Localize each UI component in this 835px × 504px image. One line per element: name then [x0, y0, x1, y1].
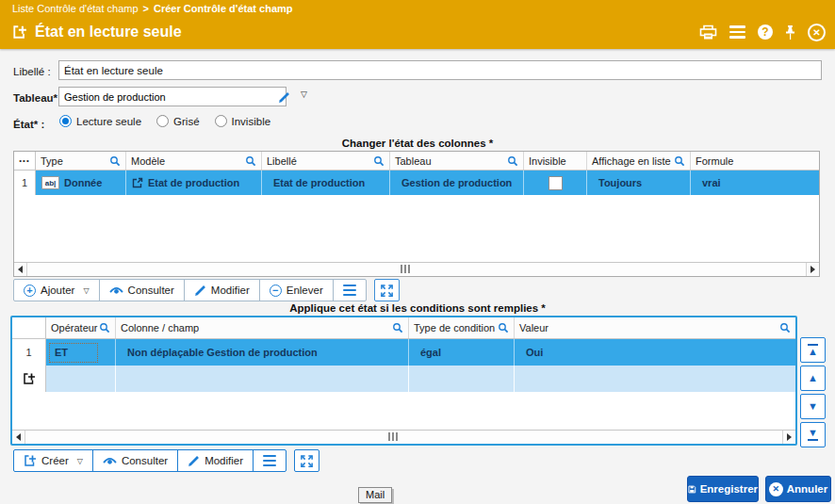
- new-row[interactable]: [12, 366, 795, 392]
- column-header-modele[interactable]: Modèle: [126, 152, 262, 170]
- pin-icon[interactable]: [785, 24, 795, 41]
- invisible-checkbox[interactable]: [548, 176, 563, 190]
- libelle-input[interactable]: [58, 60, 822, 80]
- search-icon[interactable]: [498, 322, 509, 333]
- radio-grise-label: Grisé: [173, 116, 199, 127]
- search-icon[interactable]: [373, 155, 385, 167]
- move-up-button[interactable]: ▲: [800, 366, 826, 391]
- operateur-cell-editor[interactable]: ET: [49, 343, 98, 363]
- consulter-button[interactable]: Consulter: [93, 450, 178, 471]
- search-icon[interactable]: [507, 155, 518, 167]
- move-last-button[interactable]: ▼: [800, 422, 826, 447]
- cell-affichage[interactable]: Toujours: [587, 171, 691, 195]
- columns-table-title: Changer l'état des colonnes *: [0, 138, 835, 149]
- libelle-label: Libellé :: [13, 66, 51, 77]
- column-header-tableau[interactable]: Tableau: [390, 152, 524, 170]
- help-icon[interactable]: ?: [758, 24, 773, 40]
- radio-grise-circle[interactable]: [156, 115, 169, 127]
- consulter-button[interactable]: Consulter: [100, 280, 185, 301]
- column-header-libelle[interactable]: Libellé: [262, 152, 390, 170]
- columns-toolbar: + Ajouter ▽ Consulter Modifier − Enlever: [13, 279, 400, 301]
- pencil-icon: [188, 455, 200, 467]
- scroll-left-icon[interactable]: [14, 263, 27, 276]
- conditions-table-title: Applique cet état si les conditions sont…: [0, 302, 835, 314]
- scroll-right-icon[interactable]: [782, 431, 795, 444]
- etat-label: État* :: [13, 119, 44, 130]
- ajouter-dropdown-icon[interactable]: ▽: [83, 286, 89, 295]
- horizontal-scrollbar[interactable]: [12, 430, 795, 444]
- radio-lecture-seule-circle[interactable]: [59, 115, 72, 127]
- cell-libelle[interactable]: Etat de production: [262, 171, 390, 195]
- expand-button[interactable]: [374, 279, 400, 301]
- search-icon[interactable]: [245, 155, 256, 167]
- scrollbar-thumb[interactable]: [388, 432, 398, 441]
- search-icon[interactable]: [109, 155, 121, 167]
- new-row-icon-cell[interactable]: [12, 366, 46, 392]
- cell-operateur[interactable]: ET: [46, 339, 116, 366]
- scrollbar-thumb[interactable]: [401, 265, 410, 273]
- radio-invisible[interactable]: Invisible: [215, 115, 271, 127]
- radio-lecture-seule[interactable]: Lecture seule: [59, 115, 141, 127]
- open-record-icon[interactable]: [132, 177, 143, 188]
- save-disk-icon: [688, 482, 696, 496]
- search-icon[interactable]: [779, 322, 791, 333]
- creer-button[interactable]: Créer ▽: [14, 450, 93, 471]
- conditions-table-header: Opérateur Colonne / champ Type de condit…: [12, 317, 795, 339]
- minus-circle-icon: −: [270, 285, 282, 297]
- column-header-operateur[interactable]: Opérateur: [46, 317, 116, 338]
- move-first-button[interactable]: ▲: [800, 337, 826, 363]
- column-header-formule[interactable]: Formule: [691, 152, 819, 170]
- enlever-button[interactable]: − Enlever: [260, 280, 334, 301]
- edit-pencil-icon[interactable]: [278, 90, 290, 107]
- create-row-icon[interactable]: [23, 372, 36, 385]
- columns-table: ••• Type Modèle Libellé Tableau Invisibl…: [13, 151, 820, 277]
- search-icon[interactable]: [99, 322, 110, 333]
- app-window: Liste Contrôle d'état champ>Créer Contrô…: [0, 0, 835, 504]
- cell-formule[interactable]: vrai: [691, 171, 819, 195]
- cell-modele[interactable]: Etat de production: [126, 171, 262, 195]
- table-row[interactable]: 1 ET Non déplaçable Gestion de productio…: [12, 339, 795, 366]
- cancel-button[interactable]: ✕ Annuler: [765, 476, 831, 502]
- cell-colonne-champ[interactable]: Non déplaçable Gestion de production: [116, 339, 409, 366]
- header-bar: Liste Contrôle d'état champ>Créer Contrô…: [0, 0, 835, 49]
- modifier-button[interactable]: Modifier: [185, 280, 260, 301]
- close-icon[interactable]: ✕: [808, 24, 826, 41]
- printer-icon[interactable]: [699, 24, 717, 41]
- table-empty-area: [14, 195, 819, 262]
- column-header-type-condition[interactable]: Type de condition: [409, 317, 515, 338]
- breadcrumb-list-link[interactable]: Liste Contrôle d'état champ: [12, 3, 139, 14]
- tableau-input[interactable]: [58, 87, 287, 106]
- list-menu-button[interactable]: [254, 450, 286, 471]
- scroll-left-icon[interactable]: [12, 431, 25, 444]
- horizontal-scrollbar[interactable]: [14, 262, 819, 276]
- table-row[interactable]: 1 ab|Donnée Etat de production Etat de p…: [14, 171, 819, 195]
- radio-grise[interactable]: Grisé: [156, 115, 199, 127]
- column-header-type[interactable]: Type: [36, 152, 126, 170]
- data-field-icon: ab|: [41, 176, 59, 189]
- search-icon[interactable]: [392, 322, 403, 333]
- radio-invisible-circle[interactable]: [215, 115, 227, 127]
- column-header-colonne-champ[interactable]: Colonne / champ: [116, 317, 409, 338]
- cell-tableau[interactable]: Gestion de production: [390, 171, 524, 195]
- move-down-button[interactable]: ▼: [800, 394, 826, 419]
- cell-valeur[interactable]: Oui: [515, 339, 795, 366]
- column-header-invisible[interactable]: Invisible: [524, 152, 587, 170]
- cell-type-condition[interactable]: égal: [409, 339, 515, 366]
- cell-type[interactable]: ab|Donnée: [36, 171, 126, 195]
- modifier-button[interactable]: Modifier: [178, 450, 254, 471]
- cancel-x-icon: ✕: [769, 482, 783, 496]
- expand-button[interactable]: [294, 449, 319, 472]
- menu-icon[interactable]: [729, 25, 745, 39]
- tableau-dropdown-icon[interactable]: ▽: [301, 89, 307, 99]
- column-header-affichage[interactable]: Affichage en liste: [587, 152, 691, 170]
- breadcrumb-current: Créer Contrôle d'état champ: [154, 3, 292, 14]
- search-icon[interactable]: [674, 155, 685, 167]
- list-menu-button[interactable]: [334, 280, 366, 301]
- row-number: 1: [14, 171, 36, 195]
- corner-menu-button[interactable]: •••: [14, 152, 36, 170]
- ajouter-button[interactable]: + Ajouter ▽: [14, 280, 100, 301]
- column-header-valeur[interactable]: Valeur: [515, 317, 795, 338]
- save-button[interactable]: Enregistrer: [687, 476, 759, 502]
- scroll-right-icon[interactable]: [806, 263, 819, 276]
- creer-dropdown-icon[interactable]: ▽: [77, 457, 83, 465]
